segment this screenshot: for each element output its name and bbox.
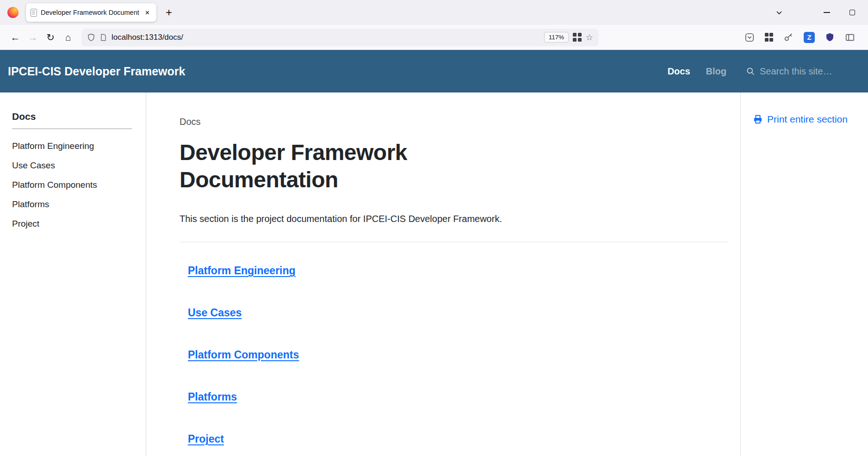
tab-title: Developer Framework Documentation — [41, 9, 139, 16]
zotero-icon[interactable]: Z — [804, 32, 815, 43]
section-links: Platform Engineering Use Cases Platform … — [180, 265, 727, 445]
tab-close-icon[interactable]: ✕ — [143, 8, 152, 17]
page-favicon-icon — [31, 9, 37, 17]
tracking-protection-shield-icon[interactable] — [87, 33, 95, 42]
sidebar-item: Platform Engineering — [12, 141, 132, 151]
list-tabs-chevron-icon[interactable] — [775, 9, 783, 16]
search-input[interactable] — [760, 66, 856, 77]
sidebar-item: Platform Components — [12, 180, 132, 190]
sidebar-item: Project — [12, 219, 132, 229]
section-link-platform-components[interactable]: Platform Components — [188, 349, 299, 361]
section-link-platform-engineering[interactable]: Platform Engineering — [188, 265, 296, 277]
site-brand[interactable]: IPCEI-CIS Developer Framework — [8, 65, 185, 78]
sidebar-item-project[interactable]: Project — [12, 219, 39, 228]
right-rail: Print entire section — [740, 92, 868, 456]
docs-sidebar: Docs Platform Engineering Use Cases Plat… — [0, 92, 146, 456]
url-bar[interactable]: localhost:1313/docs/ 117% ☆ — [81, 29, 599, 46]
intro-text: This section is the project documentatio… — [180, 214, 727, 224]
browser-nav-bar: ← → ↻ ⌂ localhost:1313/docs/ 117% ☆ Z — [0, 25, 868, 50]
grid-extension-icon[interactable] — [765, 33, 774, 42]
home-button[interactable]: ⌂ — [59, 29, 77, 46]
shield-extension-icon[interactable] — [825, 32, 835, 42]
nav-link-blog[interactable]: Blog — [706, 66, 726, 77]
main-content: Docs Developer Framework Documentation T… — [146, 92, 740, 456]
zoom-level-button[interactable]: 117% — [544, 32, 569, 43]
printer-icon — [753, 114, 763, 124]
breadcrumb[interactable]: Docs — [180, 117, 727, 127]
pocket-icon[interactable] — [744, 32, 755, 43]
site-search[interactable] — [746, 66, 856, 77]
back-button[interactable]: ← — [6, 29, 24, 46]
browser-tab[interactable]: Developer Framework Documentation ✕ — [26, 3, 156, 22]
sidebar-heading[interactable]: Docs — [12, 111, 132, 129]
nav-link-docs[interactable]: Docs — [668, 66, 690, 77]
password-manager-key-icon[interactable] — [783, 32, 794, 43]
print-link-label: Print entire section — [767, 114, 848, 125]
search-icon — [746, 67, 755, 76]
page-info-icon[interactable] — [99, 33, 107, 42]
page-body: Docs Platform Engineering Use Cases Plat… — [0, 92, 868, 456]
sidebar-item-platform-engineering[interactable]: Platform Engineering — [12, 141, 94, 151]
site-header: IPCEI-CIS Developer Framework Docs Blog — [0, 50, 868, 92]
sidebar-item: Platforms — [12, 199, 132, 210]
page-action-grid-icon[interactable] — [573, 33, 582, 42]
section-link-platforms[interactable]: Platforms — [188, 391, 237, 403]
window-controls — [775, 0, 868, 25]
firefox-logo-icon — [7, 7, 19, 18]
content-divider — [180, 242, 727, 242]
sidebar-toggle-icon[interactable] — [845, 32, 855, 43]
section-link-use-cases[interactable]: Use Cases — [188, 307, 242, 319]
sidebar-item: Use Cases — [12, 160, 132, 171]
site-nav: Docs Blog — [668, 66, 856, 77]
sidebar-item-use-cases[interactable]: Use Cases — [12, 160, 55, 170]
url-text[interactable]: localhost:1313/docs/ — [112, 33, 540, 42]
browser-toolbar-icons: Z — [744, 32, 862, 43]
sidebar-item-platform-components[interactable]: Platform Components — [12, 180, 97, 190]
new-tab-button[interactable]: + — [166, 7, 172, 18]
bookmark-star-icon[interactable]: ☆ — [586, 33, 593, 42]
sidebar-nav: Platform Engineering Use Cases Platform … — [12, 141, 132, 229]
print-section-link[interactable]: Print entire section — [753, 114, 868, 125]
sidebar-item-platforms[interactable]: Platforms — [12, 199, 49, 209]
minimize-window-button[interactable] — [824, 12, 830, 13]
section-link-project[interactable]: Project — [188, 433, 224, 445]
page-title: Developer Framework Documentation — [180, 139, 568, 193]
browser-tab-bar: Developer Framework Documentation ✕ + — [0, 0, 868, 25]
restore-window-button[interactable] — [849, 10, 855, 15]
forward-button[interactable]: → — [24, 29, 42, 46]
reload-button[interactable]: ↻ — [42, 29, 59, 46]
